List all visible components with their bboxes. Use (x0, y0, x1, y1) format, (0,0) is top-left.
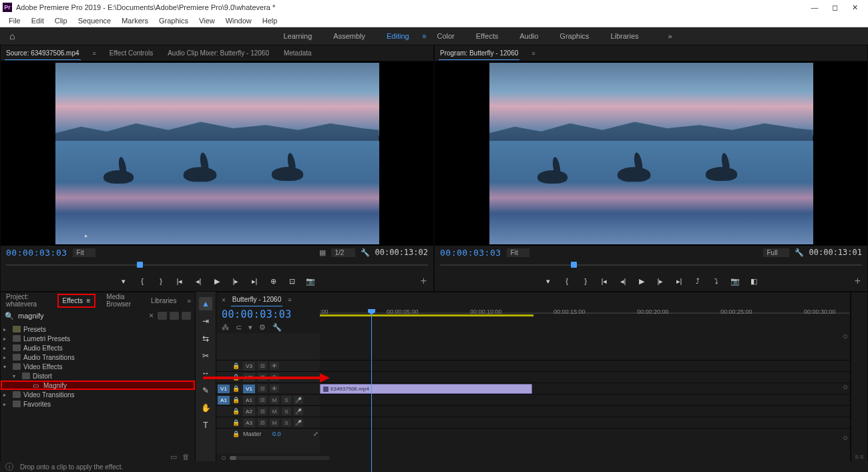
overwrite-button[interactable]: ⊡ (286, 276, 297, 286)
p-button-editor-icon[interactable]: + (855, 275, 861, 287)
filter-yuv-icon[interactable] (182, 312, 191, 320)
timeline-zoom-scrollbar[interactable] (230, 456, 330, 460)
effects-search-input[interactable] (18, 312, 145, 320)
selection-tool[interactable]: ▲ (199, 297, 212, 310)
workspace-learning[interactable]: Learning (272, 28, 322, 44)
tree-videotr[interactable]: ▸Video Transitions (1, 390, 195, 399)
mute-toggle[interactable]: M (270, 407, 279, 415)
go-to-in-button[interactable]: |◂ (174, 276, 185, 286)
slip-tool[interactable]: ↔ (199, 367, 212, 380)
sync-lock-icon[interactable]: ⊟ (258, 396, 267, 404)
expand-icon[interactable]: ⤢ (313, 431, 318, 437)
program-fit-select[interactable]: Fit (507, 248, 529, 257)
scroll-mid-handle[interactable] (843, 385, 847, 389)
tab-effects[interactable]: Effects ≡ (57, 294, 96, 308)
lane-v1[interactable]: 634937506.mp4 (320, 383, 850, 394)
filter-32bit-icon[interactable] (170, 312, 179, 320)
workspace-overflow-icon[interactable]: » (663, 29, 678, 43)
mute-toggle[interactable]: M (270, 396, 279, 404)
solo-toggle[interactable]: S (282, 407, 291, 415)
go-to-out-button[interactable]: ▸| (249, 276, 260, 286)
lane-v2[interactable] (320, 371, 850, 383)
program-wrench-icon[interactable]: 🔧 (795, 248, 804, 257)
sync-lock-icon[interactable]: ⊟ (258, 407, 267, 415)
track-header-v1[interactable]: V1 🔒 V1 ⊟ 👁 (216, 383, 320, 394)
menu-sequence[interactable]: Sequence (73, 15, 116, 26)
timeline-timecode[interactable]: 00:00:03:03 (222, 308, 314, 320)
home-icon[interactable]: ⌂ (5, 28, 19, 44)
scroll-bottom-handle[interactable] (843, 436, 847, 440)
eye-icon[interactable]: 👁 (270, 385, 279, 393)
p-go-to-in-button[interactable]: |◂ (599, 276, 610, 286)
source-patch[interactable]: A1 (218, 396, 230, 405)
eye-icon[interactable]: 👁 (270, 373, 279, 381)
tab-libraries[interactable]: Libraries (150, 294, 178, 307)
menu-file[interactable]: File (4, 15, 25, 26)
tl-settings-icon[interactable]: ⚙ (259, 323, 266, 332)
p-export-frame-button[interactable]: 📷 (730, 276, 740, 286)
track-content[interactable]: 634937506.mp4 (320, 333, 850, 453)
tree-audiofx[interactable]: ▸Audio Effects (1, 343, 195, 352)
tab-program[interactable]: Program: Butterfly - 12060 (439, 47, 519, 60)
filter-accelerated-icon[interactable] (158, 312, 167, 320)
tree-distort[interactable]: ▾Distort (1, 371, 195, 381)
track-label[interactable]: V1 (243, 385, 255, 393)
lane-a2[interactable] (320, 405, 850, 417)
tab-audio-clip-mixer[interactable]: Audio Clip Mixer: Butterfly - 12060 (166, 47, 270, 59)
track-header-v2[interactable]: 🔒 V2 ⊟ 👁 (216, 371, 320, 383)
p-mark-out-button[interactable]: } (580, 276, 591, 286)
track-header-a1[interactable]: A1 🔒 A1 ⊟ M S 🎤 (216, 394, 320, 405)
sync-lock-icon[interactable]: ⊟ (258, 385, 267, 393)
source-tab-menu-icon[interactable]: ≡ (93, 50, 96, 57)
tree-lumetri[interactable]: ▸Lumetri Presets (1, 334, 195, 343)
eye-icon[interactable]: 👁 (270, 362, 279, 370)
p-step-back-button[interactable]: ◂| (618, 276, 628, 286)
source-wrench-icon[interactable]: 🔧 (361, 248, 370, 257)
zoom-handle-left[interactable] (222, 456, 226, 460)
solo-toggle[interactable]: S (282, 396, 291, 404)
timeline-tab-close-icon[interactable]: × (222, 296, 226, 304)
new-bin-icon[interactable]: ▭ (170, 453, 177, 461)
menu-clip[interactable]: Clip (50, 15, 72, 26)
tl-linked-icon[interactable]: ⊂ (236, 323, 242, 332)
lane-a1[interactable] (320, 394, 850, 405)
program-viewport[interactable] (435, 61, 867, 246)
lock-icon[interactable]: 🔒 (232, 374, 240, 381)
track-select-tool[interactable]: ⇥ (199, 314, 212, 328)
video-clip[interactable]: 634937506.mp4 (320, 384, 532, 394)
lock-icon[interactable]: 🔒 (232, 385, 240, 392)
razor-tool[interactable]: ✂ (199, 349, 212, 363)
step-back-button[interactable]: ◂| (193, 276, 204, 286)
timeline-tab[interactable]: Butterfly - 12060 (231, 293, 282, 306)
lane-v3[interactable] (320, 360, 850, 371)
workspace-color[interactable]: Color (426, 28, 465, 44)
program-zoom-select[interactable]: Full (763, 248, 789, 257)
timeline-playhead[interactable] (371, 310, 372, 472)
minimize-button[interactable]: — (811, 3, 819, 11)
zoom-thumb[interactable] (230, 456, 236, 460)
maximize-button[interactable]: ◻ (831, 3, 839, 11)
mark-in-button[interactable]: { (137, 276, 148, 286)
p-lift-button[interactable]: ⤴ (692, 276, 703, 286)
track-header-a3[interactable]: 🔒 A3 ⊟ M S 🎤 (216, 417, 320, 428)
lock-icon[interactable]: 🔒 (232, 431, 240, 437)
sync-lock-icon[interactable]: ⊟ (258, 419, 267, 427)
track-label[interactable]: V3 (243, 362, 255, 371)
status-info-icon[interactable]: i (5, 463, 13, 471)
insert-button[interactable]: ⊕ (268, 276, 278, 286)
lock-icon[interactable]: 🔒 (232, 408, 240, 415)
workspace-editing[interactable]: Editing (376, 28, 420, 44)
source-fit-select[interactable]: Fit (73, 248, 95, 257)
track-label[interactable]: V2 (243, 373, 255, 382)
button-editor-icon[interactable]: + (421, 275, 427, 287)
timeline-ruler[interactable]: :00 00:00:05:00 00:00:10:00 00:00:15:00 … (320, 307, 850, 330)
voice-icon[interactable]: 🎤 (294, 407, 303, 415)
source-in-timecode[interactable]: 00:00:03:03 (6, 248, 67, 258)
audio-meter[interactable]: S S (851, 292, 868, 463)
menu-markers[interactable]: Markers (117, 15, 153, 26)
search-clear-icon[interactable]: × (149, 311, 154, 320)
tab-project[interactable]: Project: whatevera (5, 290, 48, 310)
p-mark-in-button[interactable]: { (562, 276, 572, 286)
track-label[interactable]: A1 (243, 396, 255, 405)
source-playhead[interactable] (137, 262, 143, 268)
